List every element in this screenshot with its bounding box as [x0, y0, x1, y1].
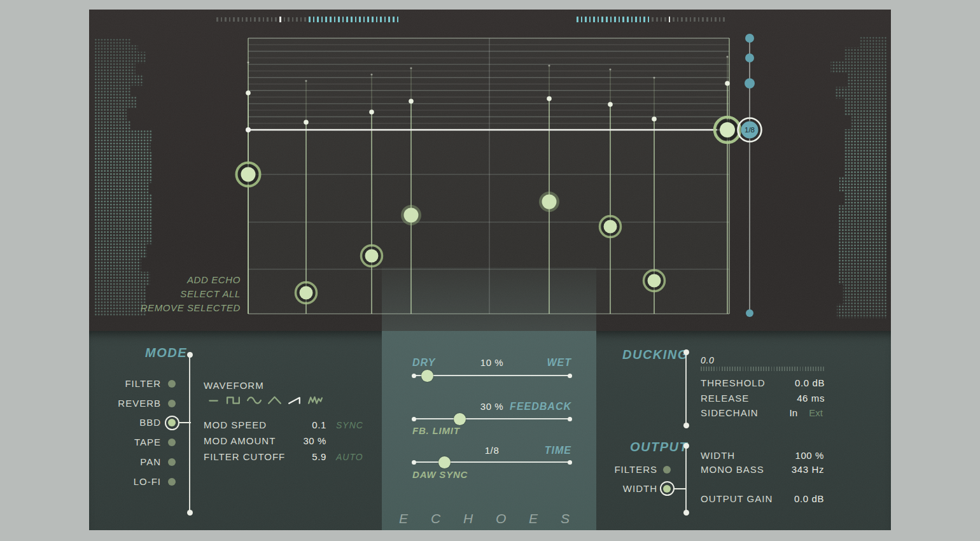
ducking-meter-tick	[784, 367, 785, 371]
output-title: OUTPUT	[630, 440, 688, 454]
slider-track-1[interactable]	[413, 418, 571, 419]
slider-track-2[interactable]	[413, 461, 571, 463]
waveform-selector	[205, 395, 324, 405]
output-row-mono-bass: MONO BASS343 Hz	[701, 464, 824, 477]
mode-item-label: FILTER	[125, 378, 161, 389]
echo-param-dot[interactable]	[652, 116, 657, 122]
echo-param-dot[interactable]	[409, 99, 414, 104]
echo-tap-handle-1[interactable]	[237, 163, 260, 186]
echo-core[interactable]	[720, 122, 735, 137]
slider-knob-2[interactable]	[438, 456, 451, 468]
slider-sub-label-1[interactable]: FB. LIMIT	[412, 425, 460, 436]
ducking-meter-tick	[766, 367, 767, 371]
add-echo-button[interactable]: ADD ECHO	[127, 273, 241, 287]
output-toggle-filters[interactable]: FILTERS	[573, 462, 686, 477]
param-value[interactable]: 0.0 dB	[767, 377, 825, 388]
echo-core[interactable]	[365, 249, 379, 263]
ducking-meter-tick	[724, 367, 725, 371]
sync-badge[interactable]: 1/8	[738, 118, 762, 142]
echo-core[interactable]	[542, 195, 557, 209]
ducking-meter	[701, 367, 826, 371]
echo-core[interactable]	[241, 167, 256, 182]
sync-dot[interactable]	[745, 78, 755, 88]
mode-item-reverb[interactable]: REVERB	[89, 396, 183, 411]
sidechain-option-ext[interactable]: Ext	[809, 407, 823, 418]
echo-param-dot[interactable]	[608, 102, 613, 107]
select-all-button[interactable]: SELECT ALL	[127, 287, 241, 301]
echo-core[interactable]	[404, 208, 419, 223]
mode-item-dot[interactable]	[168, 380, 176, 388]
param-value[interactable]: 100 %	[767, 450, 824, 461]
slider-right-label-2: TIME	[545, 445, 571, 456]
ducking-meter-tick	[823, 367, 824, 371]
ducking-meter-tick	[805, 367, 806, 371]
echo-tap-handle-3[interactable]	[361, 246, 382, 267]
ducking-meter-tick	[729, 367, 731, 371]
waveform-random-glyph	[307, 395, 324, 405]
echo-param-dot[interactable]	[547, 96, 552, 101]
echo-tiny-dot	[247, 61, 249, 63]
mode-item-dot[interactable]	[168, 400, 176, 407]
echo-tap-handle-7[interactable]	[644, 270, 665, 292]
plugin-logo: E C H O E S	[382, 511, 596, 526]
slider-knob-1[interactable]	[454, 413, 466, 425]
mode-item-dot[interactable]	[168, 419, 176, 426]
echo-param-dot[interactable]	[246, 90, 251, 95]
param-value[interactable]: 343 Hz	[767, 464, 824, 475]
echo-tap-handle-4[interactable]	[401, 205, 421, 225]
param-value[interactable]: 0.1	[269, 419, 326, 430]
param-value[interactable]: 0.0 dB	[767, 493, 824, 504]
waveform-saw-icon[interactable]	[286, 395, 304, 405]
ducking-meter-tick	[734, 367, 736, 371]
ducking-meter-tick	[815, 367, 816, 371]
mode-item-tape[interactable]: TAPE	[89, 435, 183, 450]
mode-item-lo-fi[interactable]: LO-FI	[89, 474, 183, 489]
mode-item-filter[interactable]: FILTER	[89, 376, 183, 391]
sync-dot[interactable]	[746, 309, 753, 317]
output-toggle-width[interactable]: WIDTH	[573, 481, 686, 496]
ducking-meter-tick	[776, 367, 778, 371]
echo-tap-handle-2[interactable]	[296, 283, 317, 304]
output-toggle-dot[interactable]	[663, 466, 671, 474]
sidechain-option-in[interactable]: In	[789, 407, 797, 418]
ducking-meter-tick	[768, 367, 769, 371]
ducking-meter-tick	[779, 367, 780, 371]
param-tag-sync[interactable]: SYNC	[336, 420, 363, 430]
mode-item-bbd[interactable]: BBD	[89, 415, 183, 430]
slider-track-0[interactable]	[413, 375, 571, 376]
echo-tap-handle-8[interactable]	[715, 117, 740, 143]
waveform-sine-icon[interactable]	[246, 395, 263, 405]
echo-param-dot[interactable]	[369, 109, 374, 115]
param-label: RELEASE	[701, 393, 749, 404]
slider-knob-0[interactable]	[421, 370, 433, 382]
waveform-triangle-icon[interactable]	[266, 395, 283, 405]
ducking-meter-tick	[818, 367, 819, 371]
param-value[interactable]: 46 ms	[767, 393, 825, 404]
output-toggle-dot[interactable]	[663, 485, 671, 493]
sync-dot[interactable]	[745, 53, 754, 62]
mode-item-dot[interactable]	[168, 458, 176, 466]
echo-param-dot[interactable]	[725, 81, 730, 86]
waveform-sine-glyph	[246, 395, 263, 405]
sidechain-label: SIDECHAIN	[701, 407, 759, 418]
echo-core[interactable]	[648, 274, 661, 288]
echo-core[interactable]	[300, 286, 313, 300]
waveform-random-icon[interactable]	[307, 395, 324, 405]
param-value[interactable]: 30 %	[269, 435, 326, 446]
echo-tap-handle-6[interactable]	[600, 216, 621, 237]
ducking-meter-tick	[800, 367, 801, 371]
param-tag-auto[interactable]: AUTO	[336, 452, 363, 462]
waveform-flat-icon[interactable]	[205, 395, 222, 405]
mode-item-pan[interactable]: PAN	[89, 454, 183, 470]
waveform-triangle-glyph	[266, 395, 283, 405]
sync-dot[interactable]	[745, 34, 754, 43]
mode-item-dot[interactable]	[168, 478, 176, 486]
remove-selected-button[interactable]: REMOVE SELECTED	[127, 301, 241, 315]
echo-core[interactable]	[604, 220, 617, 234]
param-value[interactable]: 5.9	[269, 451, 326, 462]
waveform-square-icon[interactable]	[225, 395, 242, 405]
echo-tap-handle-5[interactable]	[539, 192, 559, 212]
echo-param-dot[interactable]	[304, 120, 309, 125]
mode-item-dot[interactable]	[168, 439, 176, 446]
slider-sub-label-2[interactable]: DAW SYNC	[412, 469, 468, 480]
